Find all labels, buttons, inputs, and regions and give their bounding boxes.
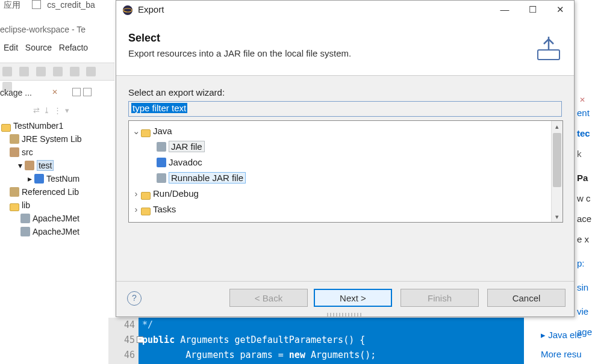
tree-class[interactable]: ▸ TestNum <box>1 172 82 185</box>
dialog-title: Export <box>138 4 164 14</box>
tree-lib[interactable]: lib <box>1 199 82 212</box>
runnable-jar-icon <box>157 173 166 183</box>
dialog-heading: Select <box>116 21 574 45</box>
tree-jar[interactable]: ApacheJMet <box>1 225 82 238</box>
menu-refactor[interactable]: Refacto <box>59 43 88 52</box>
package-explorer-tab[interactable]: ckage ... <box>0 88 32 97</box>
code-content[interactable]: */ public Arguments getDefaultParameters… <box>142 318 376 363</box>
dialog-body: Select an export wizard: type filter tex… <box>116 76 574 282</box>
close-button[interactable]: ✕ <box>546 1 574 19</box>
tree-node-runnable-jar[interactable]: Runnable JAR file <box>132 170 562 186</box>
menu-edit[interactable]: Edit <box>4 43 18 52</box>
filter-input[interactable]: type filter text <box>128 101 562 117</box>
source-folder-icon <box>10 147 19 157</box>
svg-rect-2 <box>538 50 559 60</box>
checkbox-icon <box>32 0 41 9</box>
back-button[interactable]: < Back <box>229 289 308 307</box>
toolbar-icon[interactable] <box>53 67 63 76</box>
cancel-button[interactable]: Cancel <box>487 289 566 307</box>
toolbar-icon[interactable] <box>70 67 79 76</box>
view-minmax-icons[interactable] <box>70 88 94 98</box>
main-menu-fragment: Edit Source Refacto <box>4 43 88 52</box>
eclipse-icon <box>122 5 133 16</box>
tree-jre[interactable]: JRE System Lib <box>1 132 82 146</box>
export-icon <box>534 34 563 63</box>
finish-button[interactable]: Finish <box>400 289 479 307</box>
toolbar-icon[interactable] <box>2 67 12 76</box>
help-button[interactable]: ? <box>127 291 142 306</box>
folder-icon <box>141 192 151 200</box>
toolbar-icon[interactable] <box>86 67 96 76</box>
folder-icon <box>141 208 151 215</box>
maximize-button[interactable]: ☐ <box>519 1 546 19</box>
tree-src[interactable]: src <box>1 146 82 159</box>
background-tab-label: cs_credit_ba <box>47 0 95 10</box>
scroll-thumb[interactable] <box>553 133 561 187</box>
wizard-tree[interactable]: ⌄Java JAR file Javadoc Runnable JAR file… <box>128 120 563 223</box>
library-icon <box>10 134 19 144</box>
jar-icon <box>157 142 166 152</box>
right-link-more[interactable]: More resu <box>541 349 582 359</box>
svg-point-0 <box>123 5 132 15</box>
tree-node-run-debug[interactable]: ›Run/Debug <box>132 186 562 202</box>
export-dialog: Export ― ☐ ✕ Select Export resources int… <box>116 0 575 317</box>
jar-icon <box>20 214 30 223</box>
code-editor[interactable]: 44 45– 46 */ public Arguments getDefault… <box>108 318 524 364</box>
package-explorer-toolbar[interactable]: ⇄⤓⋮▾ <box>31 106 71 115</box>
main-toolbar <box>0 63 114 81</box>
menu-source[interactable]: Source <box>25 43 52 52</box>
close-icon[interactable]: ✕ <box>579 90 585 110</box>
tree-project[interactable]: TestNumber1 <box>1 119 82 132</box>
tree-package[interactable]: ▾ test <box>1 159 82 172</box>
tree-scrollbar[interactable]: ▴ ▾ <box>551 121 562 222</box>
right-link-java[interactable]: ▸ Java ele <box>541 330 582 341</box>
package-icon <box>25 161 34 170</box>
background-tab-strip: 应用 cs_credit_ba <box>4 0 95 17</box>
toolbar-icon[interactable] <box>36 67 46 76</box>
dialog-titlebar[interactable]: Export ― ☐ ✕ <box>116 1 574 22</box>
folder-icon <box>10 203 19 211</box>
tree-node-javadoc[interactable]: Javadoc <box>132 155 562 170</box>
editor-gutter: 44 45– 46 <box>108 318 139 364</box>
tree-node-tasks[interactable]: ›Tasks <box>132 202 562 217</box>
scroll-down-icon[interactable]: ▾ <box>552 211 562 222</box>
tree-node-java[interactable]: ⌄Java <box>132 123 562 139</box>
tree-referenced[interactable]: Referenced Lib <box>1 185 82 199</box>
tree-jar[interactable]: ApacheJMet <box>1 212 82 225</box>
dialog-description: Export resources into a JAR file on the … <box>128 48 574 58</box>
library-icon <box>10 187 19 197</box>
package-explorer-tree[interactable]: TestNumber1 JRE System Lib src ▾ test ▸ … <box>1 119 82 238</box>
dialog-header: Select Export resources into a JAR file … <box>116 21 574 76</box>
jar-icon <box>20 227 30 236</box>
scroll-up-icon[interactable]: ▴ <box>552 121 562 132</box>
toolbar-icon[interactable] <box>19 67 29 76</box>
filter-placeholder-selected: type filter text <box>131 103 187 113</box>
dialog-footer: ? < Back Next > Finish Cancel <box>116 281 574 316</box>
folder-icon <box>141 129 151 137</box>
project-icon <box>1 124 11 132</box>
javadoc-icon <box>157 158 166 167</box>
close-view-icon[interactable]: ✕ <box>52 88 59 95</box>
resize-grip[interactable] <box>327 313 363 316</box>
tree-node-jar-file[interactable]: JAR file <box>132 139 562 155</box>
next-button[interactable]: Next > <box>314 289 392 307</box>
right-panel-fragment: ✕ ent tec k Pa w c ace e x p: sin vie ag… <box>577 87 592 342</box>
app-label: 应用 <box>4 0 20 10</box>
java-file-icon <box>34 174 44 184</box>
minimize-button[interactable]: ― <box>491 1 519 19</box>
wizard-select-label: Select an export wizard: <box>128 87 225 97</box>
workspace-title: eclipse-workspace - Te <box>0 25 114 39</box>
